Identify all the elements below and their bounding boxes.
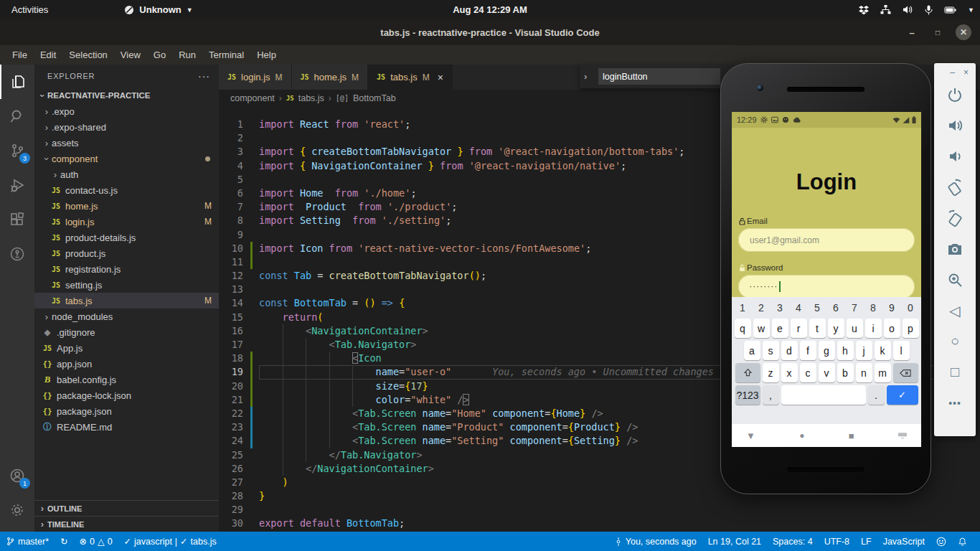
tree-file-.gitignore[interactable]: ◆.gitignore bbox=[34, 324, 219, 340]
gear-icon[interactable] bbox=[0, 493, 34, 527]
key-m[interactable]: m bbox=[875, 363, 891, 382]
key-n[interactable]: n bbox=[856, 363, 872, 382]
key-z[interactable]: z bbox=[763, 363, 779, 382]
back-button[interactable]: ◁ bbox=[941, 295, 969, 326]
key-h[interactable]: h bbox=[837, 341, 854, 360]
cursor-position[interactable]: Ln 19, Col 21 bbox=[702, 537, 767, 547]
emulator-minimize-button[interactable]: – bbox=[950, 67, 955, 77]
space-key[interactable] bbox=[781, 385, 866, 405]
key-1[interactable]: 1 bbox=[735, 300, 751, 316]
overview-button[interactable]: □ bbox=[941, 357, 969, 387]
password-field[interactable]: ········ bbox=[738, 275, 915, 298]
tree-folder-assets[interactable]: ›assets bbox=[34, 135, 219, 151]
source-control-icon[interactable]: 3 bbox=[0, 133, 34, 168]
feedback-icon[interactable] bbox=[930, 537, 952, 547]
blame-indicator[interactable]: You, seconds ago bbox=[608, 537, 702, 547]
symbols-key[interactable]: ?123 bbox=[735, 385, 760, 405]
key-a[interactable]: a bbox=[744, 341, 760, 360]
code-line-30[interactable]: 30export default BottomTab; bbox=[219, 517, 980, 530]
explorer-root-folder[interactable]: › REACTNATIVE-PRACTICE bbox=[34, 88, 219, 103]
volume-icon[interactable] bbox=[903, 5, 913, 14]
breadcrumb-folder[interactable]: component bbox=[230, 93, 275, 103]
tree-file-product.js[interactable]: JSproduct.js bbox=[34, 245, 219, 261]
volume-up-button[interactable] bbox=[941, 110, 969, 141]
network-icon[interactable] bbox=[880, 5, 891, 14]
nav-overview-button[interactable]: ■ bbox=[849, 430, 854, 441]
key-f[interactable]: f bbox=[800, 341, 816, 360]
menu-edit[interactable]: Edit bbox=[34, 50, 62, 60]
tree-file-product-details.js[interactable]: JSproduct-details.js bbox=[34, 230, 219, 245]
explorer-activity-icon[interactable] bbox=[0, 65, 34, 99]
key-p[interactable]: p bbox=[903, 319, 919, 338]
run-debug-icon[interactable] bbox=[0, 168, 34, 202]
key-u[interactable]: u bbox=[847, 319, 863, 338]
tab-home.js[interactable]: JShome.jsM bbox=[292, 65, 369, 90]
menu-help[interactable]: Help bbox=[250, 50, 283, 60]
email-field[interactable]: user1@gmail.com bbox=[738, 228, 915, 252]
keyboard-hide-icon[interactable] bbox=[898, 433, 907, 439]
key-o[interactable]: o bbox=[884, 319, 900, 338]
emulator-close-button[interactable]: × bbox=[963, 67, 969, 77]
key-x[interactable]: x bbox=[781, 363, 798, 382]
clock[interactable]: Aug 24 12:29 AM bbox=[453, 4, 527, 15]
close-tab-icon[interactable]: × bbox=[438, 72, 443, 83]
key-4[interactable]: 4 bbox=[791, 300, 807, 316]
account-icon[interactable]: 1 bbox=[0, 458, 34, 493]
git-branch-indicator[interactable]: master* bbox=[0, 537, 55, 547]
circleci-extension-icon[interactable] bbox=[0, 237, 34, 271]
period-key[interactable]: . bbox=[868, 385, 885, 405]
indentation-setting[interactable]: Spaces: 4 bbox=[767, 537, 819, 547]
camera-button[interactable] bbox=[941, 233, 969, 264]
tree-file-tabs.js[interactable]: JStabs.jsM bbox=[34, 293, 219, 309]
menu-run[interactable]: Run bbox=[172, 50, 202, 60]
key-b[interactable]: b bbox=[837, 363, 854, 382]
tab-login.js[interactable]: JSlogin.jsM bbox=[219, 65, 292, 90]
tree-file-package.json[interactable]: {}package.json bbox=[34, 403, 219, 419]
key-c[interactable]: c bbox=[800, 363, 816, 382]
encoding-setting[interactable]: UTF-8 bbox=[819, 537, 855, 547]
menu-selection[interactable]: Selection bbox=[62, 50, 113, 60]
activities-button[interactable]: Activities bbox=[0, 4, 60, 15]
tree-folder-.expo[interactable]: ›.expo bbox=[34, 103, 219, 119]
key-j[interactable]: j bbox=[856, 341, 872, 360]
key-e[interactable]: e bbox=[772, 319, 788, 338]
key-9[interactable]: 9 bbox=[884, 300, 900, 316]
tree-file-App.js[interactable]: JSApp.js bbox=[34, 340, 219, 356]
close-button[interactable]: ✕ bbox=[956, 24, 971, 40]
menu-terminal[interactable]: Terminal bbox=[202, 50, 250, 60]
maximize-button[interactable]: □ bbox=[930, 24, 946, 40]
rotate-right-button[interactable] bbox=[941, 202, 969, 233]
find-expand-chevron[interactable]: › bbox=[584, 71, 593, 82]
backspace-key[interactable] bbox=[893, 363, 918, 382]
comma-key[interactable]: , bbox=[763, 385, 779, 405]
key-7[interactable]: 7 bbox=[847, 300, 863, 316]
bell-icon[interactable] bbox=[952, 537, 973, 547]
nav-back-button[interactable]: ▼ bbox=[746, 430, 755, 441]
tab-tabs.js[interactable]: JStabs.jsM× bbox=[368, 65, 453, 90]
tree-file-app.json[interactable]: {}app.json bbox=[34, 356, 219, 372]
tree-file-package-lock.json[interactable]: {}package-lock.json bbox=[34, 387, 219, 403]
key-0[interactable]: 0 bbox=[903, 300, 919, 316]
menu-view[interactable]: View bbox=[114, 50, 147, 60]
key-r[interactable]: r bbox=[791, 319, 807, 338]
microphone-icon[interactable] bbox=[925, 5, 933, 15]
breadcrumb-file[interactable]: tabs.js bbox=[298, 93, 324, 103]
tree-folder-node_modules[interactable]: ›node_modules bbox=[34, 309, 219, 324]
key-i[interactable]: i bbox=[865, 319, 882, 338]
key-5[interactable]: 5 bbox=[809, 300, 826, 316]
tree-file-contact-us.js[interactable]: JScontact-us.js bbox=[34, 182, 219, 198]
shift-key[interactable] bbox=[735, 363, 760, 382]
more-button[interactable]: ••• bbox=[941, 387, 969, 418]
key-8[interactable]: 8 bbox=[865, 300, 882, 316]
code-line-29[interactable]: 29 bbox=[219, 503, 980, 517]
key-y[interactable]: y bbox=[828, 319, 844, 338]
tree-file-home.js[interactable]: JShome.jsM bbox=[34, 198, 219, 214]
key-t[interactable]: t bbox=[809, 319, 826, 338]
android-keyboard[interactable]: 1234567890qwertyuiopasdfghjklzxcvbnm?123… bbox=[732, 297, 921, 424]
tree-file-registration.js[interactable]: JSregistration.js bbox=[34, 261, 219, 277]
key-g[interactable]: g bbox=[819, 341, 835, 360]
tree-file-login.js[interactable]: JSlogin.jsM bbox=[34, 214, 219, 230]
key-w[interactable]: w bbox=[753, 319, 770, 338]
find-input[interactable]: loginButton bbox=[598, 68, 720, 85]
key-2[interactable]: 2 bbox=[753, 300, 770, 316]
